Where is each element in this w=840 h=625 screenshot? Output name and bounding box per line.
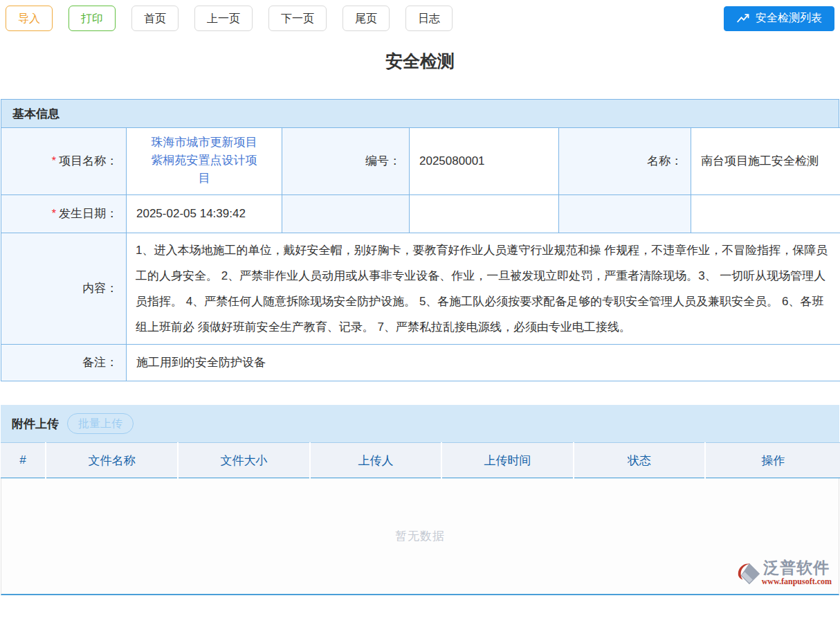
brand-text: 泛普软件 www.fanpusoft.com bbox=[762, 559, 832, 586]
table-row: 内容： 1、进入本场地施工的单位，戴好安全帽，别好胸卡，要教育好作业人员遵守行业… bbox=[1, 233, 840, 345]
empty-value-cell bbox=[691, 195, 840, 233]
column-header-index: # bbox=[1, 443, 46, 478]
toolbar: 导入 打印 首页 上一页 下一页 尾页 日志 安全检测列表 bbox=[0, 0, 840, 31]
remark-value: 施工用到的安全防护设备 bbox=[127, 345, 840, 381]
attachments-section-header: 附件上传 批量上传 bbox=[1, 405, 839, 442]
project-name-label: 项目名称： bbox=[59, 154, 118, 167]
name-label-cell: 名称： bbox=[559, 128, 691, 195]
safety-list-button[interactable]: 安全检测列表 bbox=[724, 6, 834, 31]
code-value: 2025080001 bbox=[410, 128, 559, 195]
attachments-table: # 文件名称 文件大小 上传人 上传时间 状态 操作 bbox=[1, 442, 840, 478]
remark-label-cell: 备注： bbox=[1, 345, 127, 381]
attachments-section: 附件上传 批量上传 # 文件名称 文件大小 上传人 上传时间 状态 操作 暂无数… bbox=[1, 405, 839, 595]
empty-state-text: 暂无数据 bbox=[395, 528, 445, 544]
basic-info-section-title: 基本信息 bbox=[12, 106, 60, 122]
name-label: 名称： bbox=[647, 154, 682, 167]
content-value: 1、进入本场地施工的单位，戴好安全帽，别好胸卡，要教育好作业人员遵守行业规范和操… bbox=[127, 233, 840, 345]
prev-page-button[interactable]: 上一页 bbox=[194, 6, 253, 31]
required-asterisk: * bbox=[52, 208, 56, 219]
fanpu-logo-icon bbox=[736, 561, 762, 590]
content-label-cell: 内容： bbox=[1, 233, 127, 345]
empty-label-cell bbox=[282, 195, 410, 233]
date-label: 发生日期： bbox=[59, 207, 118, 220]
page-title: 安全检测 bbox=[0, 50, 840, 73]
name-value: 南台项目施工安全检测 bbox=[691, 128, 840, 195]
date-label-cell: *发生日期： bbox=[1, 195, 127, 233]
project-name-link[interactable]: 珠海市城市更新项目紫桐苑安置点设计项目 bbox=[127, 128, 282, 195]
trending-up-icon bbox=[736, 12, 750, 25]
column-header-uploadtime: 上传时间 bbox=[441, 443, 574, 478]
safety-list-button-label: 安全检测列表 bbox=[756, 11, 822, 26]
brand-watermark: 泛普软件 www.fanpusoft.com bbox=[736, 559, 832, 590]
basic-info-section-header: 基本信息 bbox=[1, 99, 839, 127]
brand-url: www.fanpusoft.com bbox=[762, 577, 832, 586]
empty-value-cell bbox=[410, 195, 559, 233]
first-page-button[interactable]: 首页 bbox=[131, 6, 179, 31]
batch-upload-button[interactable]: 批量上传 bbox=[67, 413, 134, 434]
required-asterisk: * bbox=[52, 155, 56, 167]
import-button[interactable]: 导入 bbox=[6, 6, 53, 31]
code-label-cell: 编号： bbox=[282, 128, 410, 195]
basic-info-table: *项目名称： 珠海市城市更新项目紫桐苑安置点设计项目 编号： 202508000… bbox=[1, 127, 840, 381]
log-button[interactable]: 日志 bbox=[405, 6, 453, 31]
attachments-header-row: # 文件名称 文件大小 上传人 上传时间 状态 操作 bbox=[1, 443, 840, 478]
table-row: *发生日期： 2025-02-05 14:39:42 bbox=[1, 195, 840, 233]
empty-label-cell bbox=[559, 195, 691, 233]
code-label: 编号： bbox=[365, 154, 401, 167]
remark-label: 备注： bbox=[82, 356, 118, 369]
table-row: 备注： 施工用到的安全防护设备 bbox=[1, 345, 840, 381]
column-header-filename: 文件名称 bbox=[46, 443, 178, 478]
date-value: 2025-02-05 14:39:42 bbox=[127, 195, 282, 233]
brand-name: 泛普软件 bbox=[763, 559, 830, 577]
column-header-actions: 操作 bbox=[705, 443, 840, 478]
column-header-filesize: 文件大小 bbox=[178, 443, 310, 478]
print-button[interactable]: 打印 bbox=[69, 6, 116, 31]
column-header-status: 状态 bbox=[574, 443, 705, 478]
basic-info-section: 基本信息 *项目名称： 珠海市城市更新项目紫桐苑安置点设计项目 编号： 2025… bbox=[1, 99, 839, 381]
next-page-button[interactable]: 下一页 bbox=[268, 6, 327, 31]
table-row: *项目名称： 珠海市城市更新项目紫桐苑安置点设计项目 编号： 202508000… bbox=[1, 128, 840, 195]
column-header-uploader: 上传人 bbox=[310, 443, 441, 478]
last-page-button[interactable]: 尾页 bbox=[343, 6, 390, 31]
project-name-label-cell: *项目名称： bbox=[1, 128, 127, 195]
attachments-empty-area: 暂无数据 泛普软件 www.fanpusoft.com bbox=[1, 478, 839, 595]
attachments-section-title: 附件上传 bbox=[12, 416, 59, 432]
content-label: 内容： bbox=[82, 282, 118, 295]
